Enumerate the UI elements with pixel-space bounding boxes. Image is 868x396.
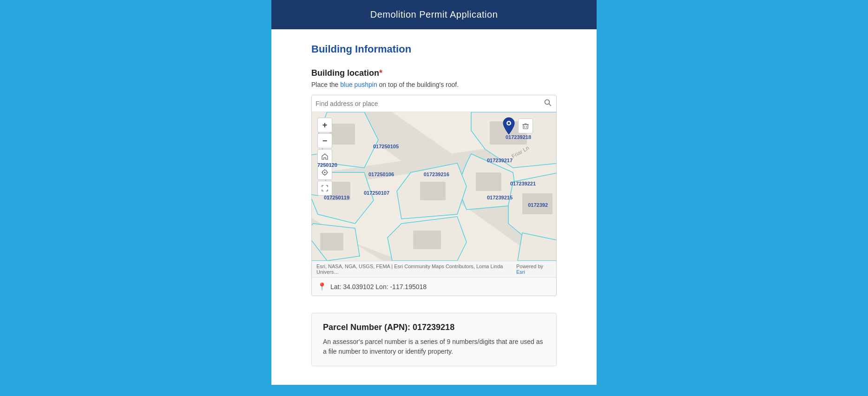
home-icon — [321, 153, 329, 160]
svg-rect-24 — [320, 233, 343, 251]
svg-point-33 — [508, 122, 510, 125]
map-pin-icon — [501, 117, 516, 135]
coordinates-row: 📍 Lat: 34.039102 Lon: -117.195018 — [312, 277, 556, 296]
field-description: Place the blue pushpin on top of the bui… — [311, 81, 557, 88]
trash-icon — [522, 122, 529, 130]
parcel-section: Parcel Number (APN): 017239218 An assess… — [311, 313, 557, 366]
desc-prefix: Place the — [311, 81, 340, 88]
app-header: Demolition Permit Application — [271, 0, 597, 29]
map-controls: + − — [317, 118, 332, 196]
zoom-out-button[interactable]: − — [317, 133, 332, 148]
locate-icon — [321, 169, 329, 176]
map-area[interactable]: Friar Ln + − — [312, 112, 556, 261]
app-container: Demolition Permit Application Building I… — [271, 0, 597, 385]
location-icon: 📍 — [317, 282, 327, 291]
coordinates-text: Lat: 34.039102 Lon: -117.195018 — [330, 283, 427, 290]
building-location-field: Building location* Place the blue pushpi… — [311, 68, 557, 296]
map-pin-area — [501, 117, 533, 135]
app-title: Demolition Permit Application — [370, 9, 498, 20]
parcel-description: An assessor's parcel number is a series … — [323, 337, 545, 356]
map-attribution: Esri, NASA, NGA, USGS, FEMA | Esri Commu… — [312, 261, 556, 277]
svg-point-27 — [324, 172, 326, 173]
map-search-input[interactable] — [316, 100, 540, 107]
field-label-text: Building location — [311, 68, 379, 78]
svg-rect-34 — [523, 125, 528, 129]
svg-rect-20 — [522, 193, 552, 214]
svg-rect-19 — [420, 182, 446, 200]
map-search-row — [312, 95, 556, 112]
svg-rect-21 — [413, 231, 441, 249]
section-title: Building Information — [311, 43, 557, 55]
main-content: Building Information Building location* … — [271, 29, 597, 385]
svg-rect-18 — [476, 172, 501, 191]
parcel-title: Parcel Number (APN): 017239218 — [323, 323, 545, 332]
search-icon — [544, 99, 552, 106]
svg-rect-22 — [329, 124, 355, 145]
powered-by-text: Powered by Esri — [516, 264, 552, 275]
delete-pin-button[interactable] — [518, 119, 533, 133]
svg-line-1 — [549, 104, 551, 106]
esri-link[interactable]: Esri — [516, 269, 525, 275]
map-search-button[interactable] — [543, 98, 552, 109]
fullscreen-button[interactable] — [317, 181, 332, 196]
home-button[interactable] — [317, 149, 332, 164]
attribution-text: Esri, NASA, NGA, USGS, FEMA | Esri Commu… — [316, 264, 516, 275]
map-wrapper: Friar Ln + − — [311, 95, 557, 296]
field-label: Building location* — [311, 68, 557, 78]
required-marker: * — [379, 68, 382, 78]
desc-suffix: on top of the building's roof. — [377, 81, 459, 88]
desc-highlight: blue pushpin — [340, 81, 377, 88]
fullscreen-icon — [322, 185, 328, 191]
zoom-in-button[interactable]: + — [317, 118, 332, 132]
locate-button[interactable] — [317, 165, 332, 180]
